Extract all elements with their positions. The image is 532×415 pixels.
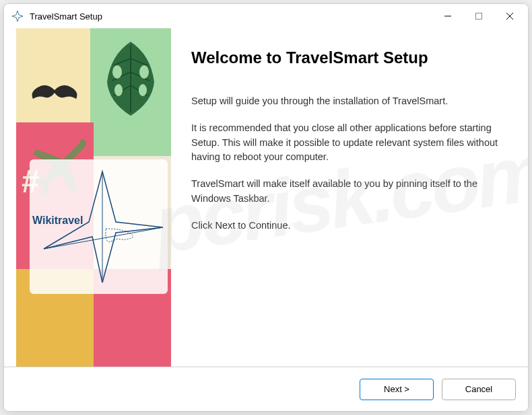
maximize-button[interactable] [463, 5, 494, 27]
content-area: # Wikitravel pcrisk.com Welcome to Trave… [4, 28, 528, 367]
recommend-paragraph: It is recommended that you close all oth… [191, 121, 508, 165]
svg-point-6 [114, 84, 123, 96]
intro-paragraph: Setup will guide you through the install… [191, 94, 508, 109]
next-button[interactable]: Next > [360, 379, 434, 400]
leaf-icon [97, 35, 164, 125]
svg-point-7 [139, 84, 147, 96]
window-controls [432, 5, 525, 27]
sidebar-banner: # Wikitravel [16, 28, 171, 367]
svg-point-4 [112, 65, 122, 79]
window-title: TravelSmart Setup [30, 11, 432, 22]
wikitravel-logo: Wikitravel [30, 159, 168, 294]
body-text: Setup will guide you through the install… [191, 94, 508, 245]
app-icon [11, 9, 24, 23]
maximize-icon [475, 13, 482, 20]
mustache-icon [30, 82, 80, 105]
svg-rect-1 [476, 13, 482, 20]
close-button[interactable] [494, 5, 525, 27]
taskbar-paragraph: TravelSmart will make itself available t… [191, 177, 508, 206]
minimize-button[interactable] [432, 5, 463, 27]
installer-window: TravelSmart Setup [3, 3, 529, 412]
cancel-button[interactable]: Cancel [442, 379, 516, 400]
close-icon [506, 13, 513, 20]
footer: Next > Cancel [4, 367, 528, 411]
wikitravel-text: Wikitravel [32, 215, 83, 227]
minimize-icon [444, 13, 451, 20]
compass-icon [32, 161, 166, 293]
svg-point-5 [139, 65, 149, 79]
page-heading: Welcome to TravelSmart Setup [191, 48, 508, 67]
main-content: pcrisk.com Welcome to TravelSmart Setup … [171, 28, 528, 367]
continue-paragraph: Click Next to Continue. [191, 219, 508, 233]
titlebar: TravelSmart Setup [4, 4, 528, 28]
